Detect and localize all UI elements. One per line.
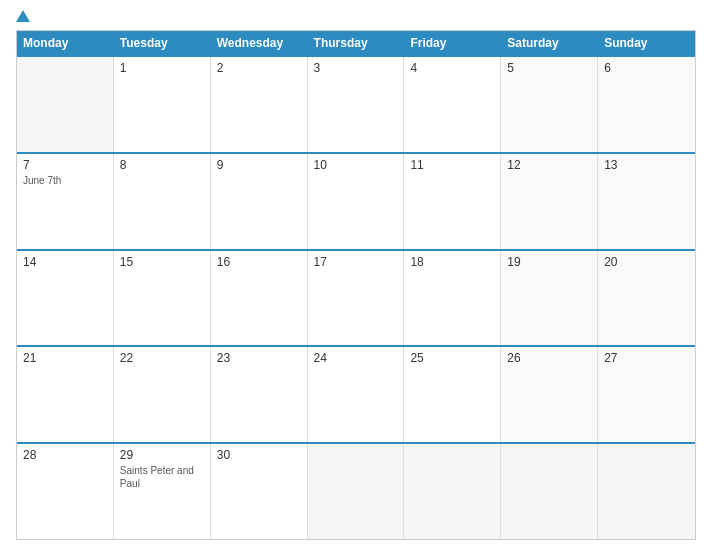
page: Monday Tuesday Wednesday Thursday Friday… [0, 0, 712, 550]
day-number: 25 [410, 351, 494, 365]
calendar: Monday Tuesday Wednesday Thursday Friday… [16, 30, 696, 540]
calendar-cell-1-4: 11 [404, 154, 501, 249]
day-number: 9 [217, 158, 301, 172]
day-number: 5 [507, 61, 591, 75]
header-tuesday: Tuesday [114, 31, 211, 55]
calendar-cell-1-6: 13 [598, 154, 695, 249]
calendar-cell-3-0: 21 [17, 347, 114, 442]
day-number: 21 [23, 351, 107, 365]
calendar-cell-0-2: 2 [211, 57, 308, 152]
calendar-cell-3-6: 27 [598, 347, 695, 442]
calendar-cell-2-6: 20 [598, 251, 695, 346]
calendar-cell-2-1: 15 [114, 251, 211, 346]
calendar-cell-0-3: 3 [308, 57, 405, 152]
day-number: 2 [217, 61, 301, 75]
day-number: 1 [120, 61, 204, 75]
day-number: 22 [120, 351, 204, 365]
day-number: 26 [507, 351, 591, 365]
day-number: 4 [410, 61, 494, 75]
calendar-cell-4-2: 30 [211, 444, 308, 539]
calendar-cell-0-4: 4 [404, 57, 501, 152]
calendar-cell-3-1: 22 [114, 347, 211, 442]
day-number: 23 [217, 351, 301, 365]
calendar-cell-1-3: 10 [308, 154, 405, 249]
header-sunday: Sunday [598, 31, 695, 55]
calendar-cell-4-5 [501, 444, 598, 539]
day-number: 6 [604, 61, 689, 75]
day-number: 17 [314, 255, 398, 269]
header-wednesday: Wednesday [211, 31, 308, 55]
calendar-cell-1-1: 8 [114, 154, 211, 249]
day-number: 8 [120, 158, 204, 172]
calendar-cell-2-5: 19 [501, 251, 598, 346]
calendar-cell-4-1: 29Saints Peter and Paul [114, 444, 211, 539]
day-number: 10 [314, 158, 398, 172]
calendar-cell-1-2: 9 [211, 154, 308, 249]
calendar-row-3: 21222324252627 [17, 345, 695, 442]
header [16, 10, 696, 22]
calendar-header: Monday Tuesday Wednesday Thursday Friday… [17, 31, 695, 55]
day-number: 15 [120, 255, 204, 269]
header-saturday: Saturday [501, 31, 598, 55]
calendar-cell-2-3: 17 [308, 251, 405, 346]
calendar-cell-4-4 [404, 444, 501, 539]
logo [16, 10, 32, 22]
calendar-cell-3-4: 25 [404, 347, 501, 442]
calendar-cell-3-3: 24 [308, 347, 405, 442]
day-number: 27 [604, 351, 689, 365]
day-event: Saints Peter and Paul [120, 464, 204, 490]
day-number: 16 [217, 255, 301, 269]
day-number: 7 [23, 158, 107, 172]
calendar-cell-2-4: 18 [404, 251, 501, 346]
day-number: 3 [314, 61, 398, 75]
day-number: 20 [604, 255, 689, 269]
calendar-row-1: 7June 7th8910111213 [17, 152, 695, 249]
day-number: 11 [410, 158, 494, 172]
calendar-cell-2-0: 14 [17, 251, 114, 346]
calendar-cell-0-1: 1 [114, 57, 211, 152]
header-friday: Friday [404, 31, 501, 55]
day-number: 28 [23, 448, 107, 462]
logo-triangle-icon [16, 10, 30, 22]
calendar-cell-3-5: 26 [501, 347, 598, 442]
day-number: 29 [120, 448, 204, 462]
logo-blue-text [16, 10, 32, 22]
header-monday: Monday [17, 31, 114, 55]
calendar-cell-3-2: 23 [211, 347, 308, 442]
day-number: 30 [217, 448, 301, 462]
calendar-cell-1-5: 12 [501, 154, 598, 249]
day-number: 19 [507, 255, 591, 269]
calendar-cell-4-0: 28 [17, 444, 114, 539]
day-number: 12 [507, 158, 591, 172]
calendar-row-0: 123456 [17, 55, 695, 152]
calendar-cell-0-6: 6 [598, 57, 695, 152]
calendar-cell-0-5: 5 [501, 57, 598, 152]
calendar-cell-0-0 [17, 57, 114, 152]
header-thursday: Thursday [308, 31, 405, 55]
day-number: 18 [410, 255, 494, 269]
calendar-body: 1234567June 7th8910111213141516171819202… [17, 55, 695, 539]
day-number: 13 [604, 158, 689, 172]
calendar-row-4: 2829Saints Peter and Paul30 [17, 442, 695, 539]
calendar-cell-1-0: 7June 7th [17, 154, 114, 249]
day-event: June 7th [23, 174, 107, 187]
calendar-cell-4-6 [598, 444, 695, 539]
day-number: 24 [314, 351, 398, 365]
day-number: 14 [23, 255, 107, 269]
calendar-row-2: 14151617181920 [17, 249, 695, 346]
calendar-cell-2-2: 16 [211, 251, 308, 346]
calendar-cell-4-3 [308, 444, 405, 539]
